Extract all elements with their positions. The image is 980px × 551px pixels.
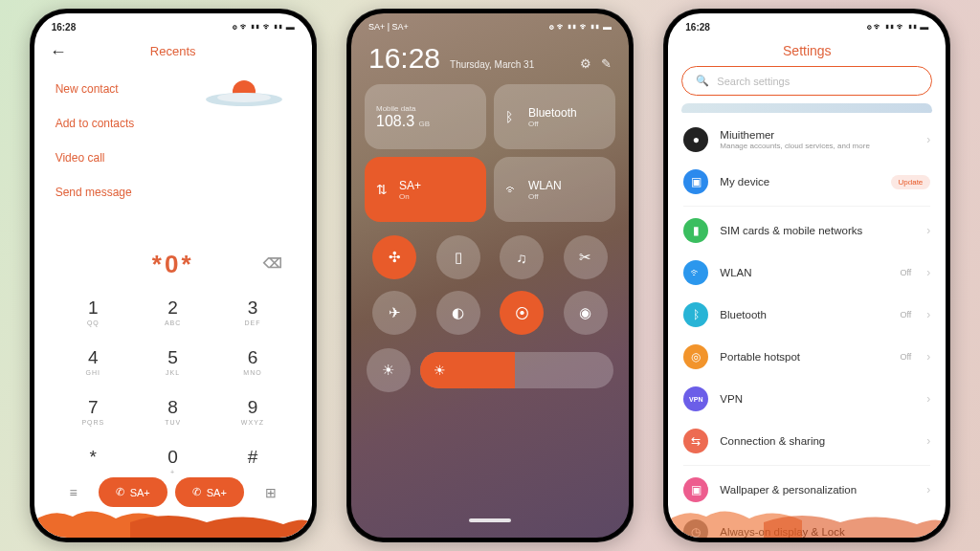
- device-icon: ▣: [683, 169, 708, 194]
- key-3[interactable]: 3DEF: [212, 287, 292, 337]
- status-icons: ⊙ ᯤ ▮▮ ᯤ ▮▮ ▬: [867, 22, 929, 32]
- recents-header: ← Recents: [34, 38, 312, 64]
- mobile-data-tile[interactable]: Mobile data 108.3 GB: [365, 84, 486, 149]
- my-device-item[interactable]: ▣ My device Update: [668, 161, 946, 203]
- settings-icon[interactable]: ⚙: [580, 56, 591, 71]
- airplane-toggle[interactable]: ✈: [372, 291, 416, 335]
- data-arrows-icon: ⇅: [376, 182, 388, 197]
- location-icon: ⦿: [515, 305, 529, 321]
- sun-icon: ☀: [434, 363, 446, 378]
- add-to-contacts[interactable]: Add to contacts: [56, 106, 312, 141]
- send-message[interactable]: Send message: [56, 175, 312, 209]
- aod-item[interactable]: ◷ Always-on display & Lock: [668, 511, 946, 538]
- bluetooth-item[interactable]: ᛒ Bluetooth Off ›: [668, 294, 946, 336]
- key-8[interactable]: 8TUV: [133, 386, 212, 436]
- vpn-icon: VPN: [683, 386, 708, 411]
- mountain-art: [34, 503, 312, 538]
- auto-brightness-toggle[interactable]: ☀: [367, 348, 411, 392]
- dialed-number: *0* ⌫: [34, 250, 312, 279]
- status-time: 16:28: [685, 22, 710, 33]
- back-arrow-icon[interactable]: ←: [50, 42, 67, 62]
- screenshot-toggle[interactable]: ✂: [564, 235, 608, 279]
- sun-cloud-art: [201, 71, 287, 109]
- chevron-right-icon: ›: [926, 483, 930, 496]
- phone-dialer: 16:28 ⊙ ᯤ ▮▮ ᯤ ▮▮ ▬ ← Recents New contac…: [30, 9, 317, 542]
- chevron-right-icon: ›: [926, 133, 930, 146]
- cc-time: 16:28: [368, 42, 440, 75]
- bluetooth-icon: ᛒ: [505, 109, 513, 124]
- chevron-right-icon: ›: [926, 392, 930, 406]
- carrier-label: SA+ | SA+: [368, 22, 409, 32]
- key-9[interactable]: 9WXYZ: [212, 386, 292, 436]
- wallpaper-item[interactable]: ▣ Wallpaper & personalization ›: [668, 469, 946, 511]
- sim-tile[interactable]: ⇅ SA+ On: [365, 157, 486, 222]
- hotspot-item[interactable]: ◎ Portable hotspot Off ›: [668, 336, 946, 378]
- phone-control-center: SA+ | SA+ ⊙ ᯤ ▮▮ ᯤ ▮▮ ▬ 16:28 Thursday, …: [346, 9, 634, 542]
- flashlight-toggle[interactable]: ▯: [436, 235, 480, 279]
- search-settings-input[interactable]: 🔍 Search settings: [681, 66, 932, 96]
- settings-title: Settings: [668, 38, 946, 66]
- bluetooth-icon: ᛒ: [683, 302, 708, 327]
- chevron-right-icon: ›: [926, 266, 930, 279]
- bluetooth-tile[interactable]: ᛒ Bluetooth Off: [494, 84, 615, 149]
- account-item[interactable]: ● Miuithemer Manage accounts, cloud serv…: [668, 119, 946, 161]
- menu-icon[interactable]: ≡: [56, 485, 90, 500]
- wlan-item[interactable]: ᯤ WLAN Off ›: [668, 252, 946, 294]
- reading-toggle[interactable]: ◉: [564, 291, 608, 335]
- status-bar: 16:28 ⊙ ᯤ ▮▮ ᯤ ▮▮ ▬: [668, 13, 946, 38]
- airplane-icon: ✈: [389, 304, 401, 321]
- dialpad-icon[interactable]: ⊞: [252, 485, 290, 500]
- cc-date: Thursday, March 31: [450, 59, 534, 70]
- avatar-icon: ●: [683, 127, 708, 152]
- vibrate-icon: ✣: [389, 249, 401, 266]
- vibrate-toggle[interactable]: ✣: [372, 235, 416, 279]
- key-4[interactable]: 4GHI: [54, 337, 133, 386]
- eye-icon: ◉: [579, 304, 591, 321]
- phone-icon: ✆: [116, 486, 124, 498]
- wlan-tile[interactable]: ᯤ WLAN Off: [494, 157, 615, 222]
- dnd-toggle[interactable]: ♫: [500, 235, 544, 279]
- chevron-right-icon: ›: [926, 434, 930, 448]
- banner-card[interactable]: [681, 103, 932, 113]
- wallpaper-icon: ▣: [683, 477, 708, 502]
- sim-icon: ▮: [683, 218, 708, 243]
- dark-mode-icon: ◐: [452, 304, 464, 321]
- divider: [683, 206, 930, 207]
- status-time: 16:28: [52, 22, 77, 33]
- crop-icon: ✂: [579, 249, 591, 266]
- update-badge: Update: [891, 175, 931, 189]
- aod-icon: ◷: [683, 519, 708, 538]
- bell-icon: ♫: [517, 250, 527, 266]
- status-icons: ⊙ ᯤ ▮▮ ᯤ ▮▮ ▬: [549, 22, 612, 32]
- key-2[interactable]: 2ABC: [133, 287, 212, 337]
- flashlight-icon: ▯: [455, 249, 462, 266]
- share-icon: ⇆: [683, 429, 708, 453]
- chevron-right-icon: ›: [926, 350, 930, 364]
- cc-header: 16:28 Thursday, March 31 ⚙ ✎: [351, 38, 629, 84]
- key-1[interactable]: 1QQ: [54, 287, 133, 337]
- backspace-icon[interactable]: ⌫: [263, 255, 285, 271]
- sim-item[interactable]: ▮ SIM cards & mobile networks ›: [668, 209, 946, 252]
- key-5[interactable]: 5JKL: [133, 337, 212, 386]
- connection-item[interactable]: ⇆ Connection & sharing ›: [668, 420, 946, 462]
- search-icon: 🔍: [696, 75, 709, 87]
- hotspot-icon: ◎: [683, 344, 708, 369]
- location-toggle[interactable]: ⦿: [500, 291, 544, 335]
- video-call[interactable]: Video call: [56, 141, 312, 175]
- status-bar: SA+ | SA+ ⊙ ᯤ ▮▮ ᯤ ▮▮ ▬: [351, 13, 629, 38]
- brightness-icon: ☀: [382, 362, 394, 379]
- wifi-icon: ᯤ: [683, 260, 708, 285]
- phone-settings: 16:28 ⊙ ᯤ ▮▮ ᯤ ▮▮ ▬ Settings 🔍 Search se…: [663, 9, 950, 542]
- key-6[interactable]: 6MNO: [212, 337, 292, 386]
- wifi-icon: ᯤ: [505, 182, 519, 197]
- key-7[interactable]: 7PQRS: [54, 386, 133, 436]
- keypad: 1QQ 2ABC 3DEF 4GHI 5JKL 6MNO 7PQRS 8TUV …: [34, 279, 312, 486]
- chevron-right-icon: ›: [926, 308, 930, 321]
- svg-point-2: [217, 93, 271, 102]
- brightness-slider[interactable]: ☀: [420, 352, 613, 388]
- edit-icon[interactable]: ✎: [601, 56, 612, 71]
- vpn-item[interactable]: VPN VPN ›: [668, 378, 946, 420]
- dark-mode-toggle[interactable]: ◐: [436, 291, 480, 335]
- drag-handle[interactable]: [469, 518, 511, 522]
- phone-icon: ✆: [192, 486, 201, 498]
